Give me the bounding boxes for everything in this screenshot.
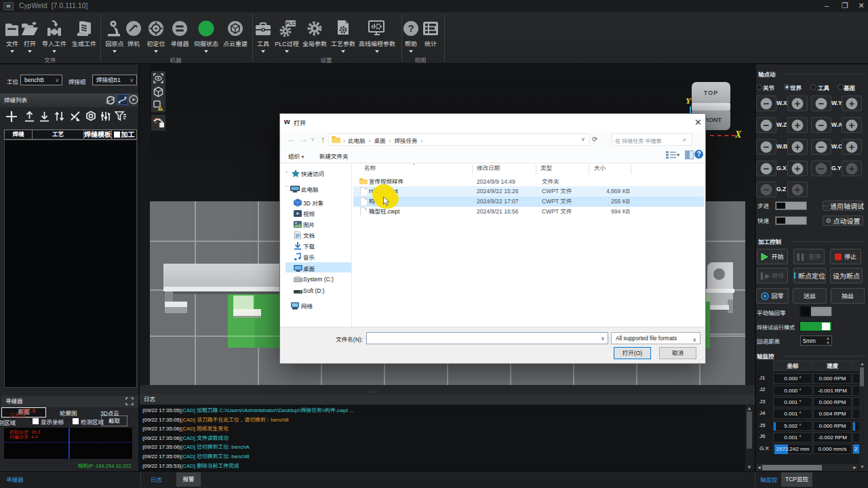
svg-text:PLC: PLC xyxy=(286,21,296,26)
